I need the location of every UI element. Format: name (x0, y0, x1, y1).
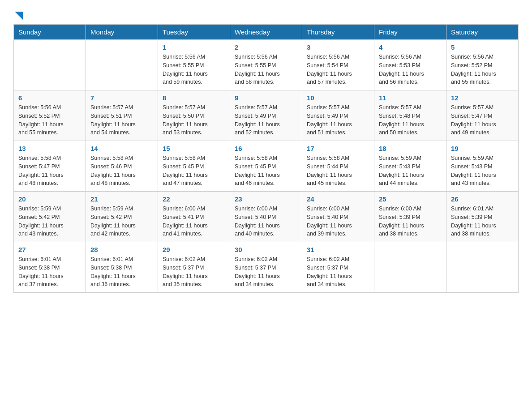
day-number: 8 (163, 94, 225, 102)
calendar-cell: 23Sunrise: 6:00 AM Sunset: 5:40 PM Dayli… (230, 192, 302, 242)
day-info: Sunrise: 5:57 AM Sunset: 5:47 PM Dayligh… (451, 103, 514, 137)
day-info: Sunrise: 6:00 AM Sunset: 5:40 PM Dayligh… (235, 205, 297, 238)
day-number: 29 (163, 246, 225, 253)
day-info: Sunrise: 6:02 AM Sunset: 5:37 PM Dayligh… (163, 255, 225, 289)
calendar-cell: 6Sunrise: 5:56 AM Sunset: 5:52 PM Daylig… (14, 90, 86, 141)
calendar-cell: 11Sunrise: 5:57 AM Sunset: 5:48 PM Dayli… (374, 90, 446, 141)
weekday-header-monday: Monday (86, 25, 158, 40)
day-info: Sunrise: 6:02 AM Sunset: 5:37 PM Dayligh… (235, 255, 297, 289)
day-number: 14 (90, 145, 153, 152)
day-info: Sunrise: 5:58 AM Sunset: 5:45 PM Dayligh… (163, 154, 225, 188)
day-info: Sunrise: 6:00 AM Sunset: 5:39 PM Dayligh… (379, 205, 442, 238)
day-info: Sunrise: 5:56 AM Sunset: 5:54 PM Dayligh… (307, 53, 369, 86)
day-number: 7 (90, 94, 153, 102)
calendar-cell: 13Sunrise: 5:58 AM Sunset: 5:47 PM Dayli… (14, 141, 86, 192)
weekday-header-sunday: Sunday (14, 25, 86, 40)
calendar-cell: 9Sunrise: 5:57 AM Sunset: 5:49 PM Daylig… (230, 90, 302, 141)
calendar-cell: 14Sunrise: 5:58 AM Sunset: 5:46 PM Dayli… (86, 141, 158, 192)
day-info: Sunrise: 6:00 AM Sunset: 5:40 PM Dayligh… (307, 205, 369, 238)
weekday-header-thursday: Thursday (302, 25, 374, 40)
calendar-week-row: 1Sunrise: 5:56 AM Sunset: 5:55 PM Daylig… (14, 40, 519, 90)
day-number: 20 (18, 195, 81, 203)
calendar-cell: 27Sunrise: 6:01 AM Sunset: 5:38 PM Dayli… (14, 242, 86, 293)
day-number: 16 (235, 145, 297, 152)
day-number: 24 (307, 195, 369, 203)
day-number: 17 (307, 145, 369, 152)
day-number: 21 (90, 195, 153, 203)
day-number: 19 (451, 145, 514, 152)
day-info: Sunrise: 5:58 AM Sunset: 5:44 PM Dayligh… (307, 154, 369, 188)
day-info: Sunrise: 5:57 AM Sunset: 5:49 PM Dayligh… (235, 103, 297, 137)
day-number: 28 (90, 246, 153, 253)
day-info: Sunrise: 6:01 AM Sunset: 5:38 PM Dayligh… (18, 255, 81, 289)
calendar-cell (14, 40, 86, 90)
calendar-cell: 3Sunrise: 5:56 AM Sunset: 5:54 PM Daylig… (302, 40, 374, 90)
day-number: 15 (163, 145, 225, 152)
calendar-cell (86, 40, 158, 90)
day-info: Sunrise: 5:58 AM Sunset: 5:45 PM Dayligh… (235, 154, 297, 188)
calendar-cell: 28Sunrise: 6:01 AM Sunset: 5:38 PM Dayli… (86, 242, 158, 293)
day-info: Sunrise: 6:01 AM Sunset: 5:38 PM Dayligh… (90, 255, 153, 289)
day-info: Sunrise: 5:59 AM Sunset: 5:42 PM Dayligh… (90, 205, 153, 238)
day-info: Sunrise: 5:58 AM Sunset: 5:47 PM Dayligh… (18, 154, 81, 188)
day-number: 22 (163, 195, 225, 203)
day-number: 6 (18, 94, 81, 102)
day-info: Sunrise: 5:56 AM Sunset: 5:55 PM Dayligh… (163, 53, 225, 86)
calendar-cell: 17Sunrise: 5:58 AM Sunset: 5:44 PM Dayli… (302, 141, 374, 192)
weekday-header-wednesday: Wednesday (230, 25, 302, 40)
day-info: Sunrise: 5:56 AM Sunset: 5:53 PM Dayligh… (379, 53, 442, 86)
calendar-cell: 22Sunrise: 6:00 AM Sunset: 5:41 PM Dayli… (158, 192, 230, 242)
calendar-week-row: 13Sunrise: 5:58 AM Sunset: 5:47 PM Dayli… (14, 141, 519, 192)
day-info: Sunrise: 6:00 AM Sunset: 5:41 PM Dayligh… (163, 205, 225, 238)
day-info: Sunrise: 5:59 AM Sunset: 5:43 PM Dayligh… (451, 154, 514, 188)
logo (13, 9, 23, 20)
day-number: 4 (379, 43, 442, 51)
calendar-cell: 25Sunrise: 6:00 AM Sunset: 5:39 PM Dayli… (374, 192, 446, 242)
calendar-cell: 10Sunrise: 5:57 AM Sunset: 5:49 PM Dayli… (302, 90, 374, 141)
calendar-cell: 15Sunrise: 5:58 AM Sunset: 5:45 PM Dayli… (158, 141, 230, 192)
day-number: 30 (235, 246, 297, 253)
calendar-week-row: 20Sunrise: 5:59 AM Sunset: 5:42 PM Dayli… (14, 192, 519, 242)
calendar-cell: 7Sunrise: 5:57 AM Sunset: 5:51 PM Daylig… (86, 90, 158, 141)
day-number: 11 (379, 94, 442, 102)
day-number: 27 (18, 246, 81, 253)
day-info: Sunrise: 5:56 AM Sunset: 5:52 PM Dayligh… (451, 53, 514, 86)
calendar-cell: 16Sunrise: 5:58 AM Sunset: 5:45 PM Dayli… (230, 141, 302, 192)
calendar-cell: 29Sunrise: 6:02 AM Sunset: 5:37 PM Dayli… (158, 242, 230, 293)
weekday-header-friday: Friday (374, 25, 446, 40)
calendar-cell (374, 242, 446, 293)
day-number: 31 (307, 246, 369, 253)
calendar-cell: 21Sunrise: 5:59 AM Sunset: 5:42 PM Dayli… (86, 192, 158, 242)
day-number: 2 (235, 43, 297, 51)
day-info: Sunrise: 6:02 AM Sunset: 5:37 PM Dayligh… (307, 255, 369, 289)
day-info: Sunrise: 5:56 AM Sunset: 5:55 PM Dayligh… (235, 53, 297, 86)
day-number: 12 (451, 94, 514, 102)
calendar-cell: 30Sunrise: 6:02 AM Sunset: 5:37 PM Dayli… (230, 242, 302, 293)
svg-marker-0 (15, 12, 23, 20)
day-info: Sunrise: 5:56 AM Sunset: 5:52 PM Dayligh… (18, 103, 81, 137)
day-info: Sunrise: 5:57 AM Sunset: 5:50 PM Dayligh… (163, 103, 225, 137)
page-header (13, 9, 519, 20)
calendar-cell: 26Sunrise: 6:01 AM Sunset: 5:39 PM Dayli… (446, 192, 519, 242)
calendar-table: SundayMondayTuesdayWednesdayThursdayFrid… (13, 24, 519, 293)
day-number: 3 (307, 43, 369, 51)
calendar-cell: 20Sunrise: 5:59 AM Sunset: 5:42 PM Dayli… (14, 192, 86, 242)
day-number: 26 (451, 195, 514, 203)
day-info: Sunrise: 5:57 AM Sunset: 5:49 PM Dayligh… (307, 103, 369, 137)
calendar-cell: 31Sunrise: 6:02 AM Sunset: 5:37 PM Dayli… (302, 242, 374, 293)
day-number: 23 (235, 195, 297, 203)
calendar-cell: 1Sunrise: 5:56 AM Sunset: 5:55 PM Daylig… (158, 40, 230, 90)
day-info: Sunrise: 5:59 AM Sunset: 5:43 PM Dayligh… (379, 154, 442, 188)
calendar-cell: 8Sunrise: 5:57 AM Sunset: 5:50 PM Daylig… (158, 90, 230, 141)
day-number: 18 (379, 145, 442, 152)
calendar-cell: 5Sunrise: 5:56 AM Sunset: 5:52 PM Daylig… (446, 40, 519, 90)
calendar-header-row: SundayMondayTuesdayWednesdayThursdayFrid… (14, 25, 519, 40)
day-info: Sunrise: 5:57 AM Sunset: 5:51 PM Dayligh… (90, 103, 153, 137)
logo-triangle-icon (15, 12, 23, 21)
calendar-week-row: 6Sunrise: 5:56 AM Sunset: 5:52 PM Daylig… (14, 90, 519, 141)
day-number: 1 (163, 43, 225, 51)
day-info: Sunrise: 6:01 AM Sunset: 5:39 PM Dayligh… (451, 205, 514, 238)
calendar-week-row: 27Sunrise: 6:01 AM Sunset: 5:38 PM Dayli… (14, 242, 519, 293)
calendar-cell: 24Sunrise: 6:00 AM Sunset: 5:40 PM Dayli… (302, 192, 374, 242)
calendar-cell: 4Sunrise: 5:56 AM Sunset: 5:53 PM Daylig… (374, 40, 446, 90)
